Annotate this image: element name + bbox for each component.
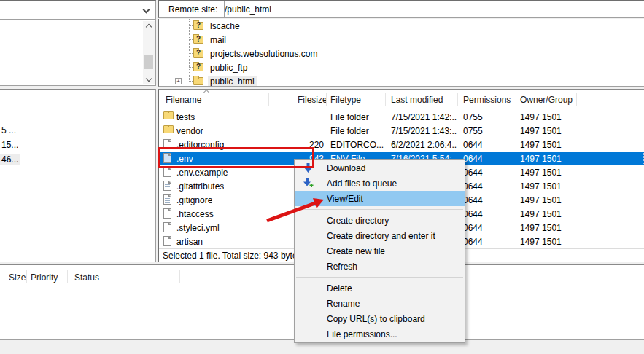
remote-site-label: Remote site: (162, 1, 225, 17)
remote-site-bar: Remote site: /public_html (158, 0, 644, 18)
tree-item-public-html[interactable]: public_html + (159, 74, 644, 87)
cell-permissions: 0644 (463, 209, 510, 219)
menu-item-download[interactable]: Download (295, 160, 465, 176)
menu-item-delete[interactable]: Delete (295, 280, 465, 296)
column-header-filesize[interactable]: Filesize (298, 95, 327, 105)
env-file-icon (163, 153, 171, 163)
scroll-up-button[interactable] (143, 21, 155, 33)
list-item[interactable]: 15... (0, 139, 18, 151)
column-separator[interactable] (67, 270, 68, 283)
file-text-icon (163, 194, 171, 205)
cell-ownergroup: 1497 1501 (520, 168, 586, 178)
menu-item-rename[interactable]: Rename (295, 296, 465, 311)
queue-column-priority[interactable]: Priority (31, 272, 58, 283)
menu-item-label: Refresh (327, 261, 357, 272)
column-header-permissions[interactable]: Permissions (463, 95, 511, 105)
tree-item-label: public_html (208, 76, 257, 87)
menu-item-create-directory[interactable]: Create directory (295, 213, 465, 228)
add-to-queue-icon (303, 178, 314, 189)
column-separator[interactable] (179, 270, 180, 283)
remote-directory-tree: ? lscache ? mail ? projects.websolutionu… (158, 19, 644, 87)
table-row[interactable]: .editorconfig 220 EDITORCO... 6/2/2021 2… (159, 138, 644, 152)
list-item[interactable]: 46... (0, 154, 20, 165)
local-site-tree[interactable] (0, 20, 156, 86)
chevron-down-icon[interactable] (143, 7, 150, 14)
cell-filename: .styleci.yml (176, 223, 220, 233)
column-separator[interactable] (576, 93, 577, 106)
file-icon (163, 139, 171, 149)
list-item[interactable]: 5 ... (0, 125, 16, 136)
filezilla-window: Remote site: /public_html ? lscache ? ma… (0, 0, 644, 354)
cell-filetype: File folder (330, 126, 386, 136)
tree-item-lscache[interactable]: ? lscache (159, 19, 644, 33)
menu-item-view-edit[interactable]: View/Edit (295, 191, 465, 206)
menu-item-copy-url-s-to-clipboard[interactable]: Copy URL(s) to clipboard (295, 311, 465, 326)
remote-site-path[interactable]: /public_html (225, 1, 271, 17)
menu-item-label: Download (327, 163, 365, 173)
menu-item-label: Add files to queue (327, 178, 397, 189)
cell-filesize: 220 (268, 140, 324, 150)
cell-filename: .env.example (176, 168, 228, 178)
column-header-filetype[interactable]: Filetype (330, 95, 361, 105)
menu-item-create-new-file[interactable]: Create new file (295, 243, 465, 259)
column-separator[interactable] (268, 93, 269, 106)
menu-separator (296, 277, 463, 278)
cell-filename: .gitignore (176, 195, 212, 205)
vertical-scrollbar[interactable] (143, 21, 155, 84)
menu-item-label: View/Edit (327, 194, 363, 204)
local-site-combobox[interactable] (0, 0, 156, 20)
download-icon (303, 162, 314, 173)
menu-item-refresh[interactable]: Refresh (295, 259, 465, 274)
menu-item-create-directory-and-enter-it[interactable]: Create directory and enter it (295, 228, 465, 243)
cell-lastmodified: 7/15/2021 1:43:... (391, 126, 457, 136)
cell-ownergroup: 1497 1501 (520, 112, 586, 122)
cell-ownergroup: 1497 1501 (520, 209, 586, 219)
tree-item-label: lscache (208, 20, 242, 32)
cell-filename: vendor (176, 126, 203, 136)
column-separator[interactable] (20, 93, 20, 106)
cell-ownergroup: 1497 1501 (520, 181, 586, 192)
scroll-down-button[interactable] (143, 73, 155, 84)
table-row[interactable]: vendor File folder 7/15/2021 1:43:... 07… (159, 124, 644, 138)
folder-icon (163, 111, 174, 119)
file-icon (163, 208, 171, 219)
menu-separator (296, 209, 463, 210)
column-separator[interactable] (326, 93, 327, 106)
column-header-ownergroup[interactable]: Owner/Group (520, 95, 573, 105)
unknown-folder-icon: ? (193, 63, 203, 71)
cell-permissions: 0644 (463, 237, 510, 247)
column-header-filename[interactable]: Filename (166, 95, 201, 105)
column-header-lastmodified[interactable]: Last modified (391, 95, 443, 105)
expand-plus-icon[interactable]: + (175, 78, 182, 84)
cell-permissions: 0755 (463, 112, 510, 122)
column-separator[interactable] (385, 93, 386, 106)
unknown-folder-icon: ? (193, 36, 203, 44)
sort-ascending-icon (203, 90, 209, 95)
queue-column-size[interactable]: Size (9, 272, 26, 283)
scrollbar-thumb[interactable] (144, 55, 153, 69)
column-separator[interactable] (26, 270, 27, 283)
file-icon (163, 167, 171, 177)
tree-item-mail[interactable]: ? mail (159, 33, 644, 47)
column-separator[interactable] (513, 93, 513, 106)
cell-permissions: 0644 (463, 140, 510, 150)
remote-tree-items: ? lscache ? mail ? projects.websolutionu… (159, 19, 644, 87)
queue-column-status[interactable]: Status (74, 272, 99, 283)
cell-filetype: File folder (330, 112, 386, 122)
cell-filename: .gitattributes (176, 181, 224, 192)
menu-item-label: Copy URL(s) to clipboard (327, 314, 425, 324)
tree-item-projects-websolutionus-com[interactable]: ? projects.websolutionus.com (159, 47, 644, 60)
tree-item-label: public_ftp (208, 62, 249, 74)
cell-ownergroup: 1497 1501 (520, 154, 586, 164)
local-file-list[interactable]: 5 ...15...46... (0, 89, 156, 262)
cell-permissions: 0755 (463, 126, 510, 136)
cell-filename: .editorconfig (176, 140, 224, 150)
tree-item-label: mail (208, 34, 228, 46)
table-row[interactable]: tests File folder 7/15/2021 1:42:... 075… (159, 110, 644, 124)
menu-item-add-files-to-queue[interactable]: Add files to queue (295, 176, 465, 191)
column-separator[interactable] (457, 93, 458, 106)
tree-item-public-ftp[interactable]: ? public_ftp (159, 60, 644, 74)
file-list-header: Filename Filesize Filetype Last modified… (159, 90, 644, 109)
menu-item-file-permissions-[interactable]: File permissions... (295, 326, 465, 342)
cell-filename: .env (176, 154, 193, 164)
